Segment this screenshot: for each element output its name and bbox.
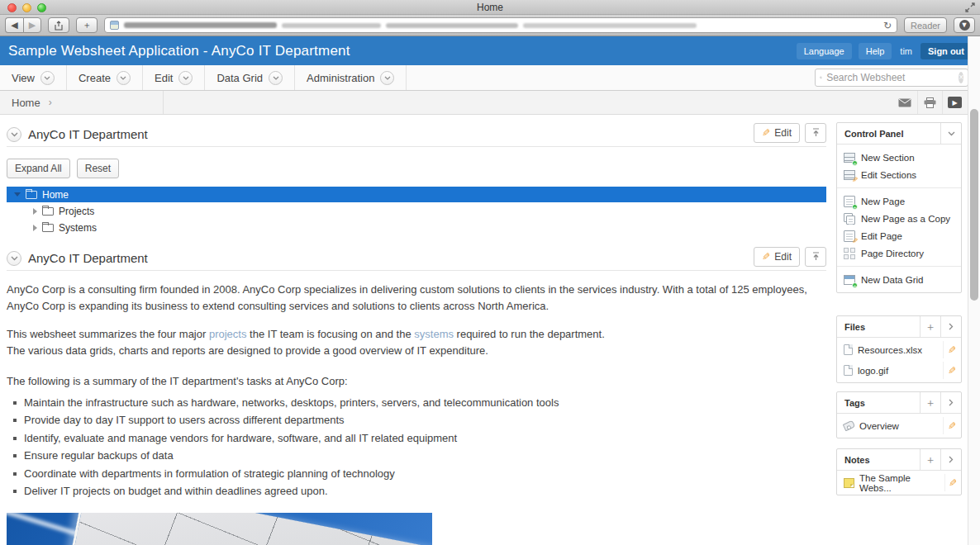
- edit-sections-item[interactable]: ✎ Edit Sections: [837, 166, 961, 183]
- new-tab-button[interactable]: ＋: [76, 17, 98, 33]
- tree-toolbar: Expand All Reset: [7, 159, 826, 178]
- zoom-window-icon[interactable]: [37, 3, 46, 12]
- reload-icon[interactable]: ↻: [883, 20, 892, 31]
- edit-section-button[interactable]: ✎ Edit: [754, 123, 800, 143]
- search-input[interactable]: [826, 72, 954, 83]
- presenter-mode-button[interactable]: ▶: [942, 91, 967, 114]
- edit-page-icon: ✎: [844, 230, 855, 242]
- scroll-to-top-button[interactable]: [805, 123, 826, 143]
- item-label: New Page: [861, 197, 905, 206]
- expand-tags-button[interactable]: [940, 392, 961, 413]
- chevron-right-icon: ›: [49, 97, 52, 108]
- new-data-grid-icon: +: [844, 274, 855, 286]
- tree-collapsed-icon[interactable]: [33, 225, 37, 231]
- add-tag-button[interactable]: ＋: [920, 392, 940, 413]
- scrollbar[interactable]: [968, 36, 980, 545]
- page-directory-item[interactable]: Page Directory: [837, 244, 961, 262]
- file-icon: [844, 365, 853, 376]
- back-button[interactable]: ◀: [5, 17, 23, 33]
- new-section-item[interactable]: + New Section: [837, 149, 961, 166]
- collapse-panel-button[interactable]: [940, 123, 961, 144]
- tree-node-projects[interactable]: Projects: [7, 203, 826, 219]
- email-page-button[interactable]: [892, 91, 917, 114]
- tag-icon: [843, 420, 856, 432]
- edit-note-button[interactable]: ✎: [944, 474, 961, 491]
- chevron-down-icon[interactable]: [178, 71, 193, 85]
- close-window-icon[interactable]: [7, 3, 17, 12]
- signout-button[interactable]: Sign out: [921, 43, 972, 59]
- tag-row[interactable]: Overview ✎: [837, 417, 961, 434]
- panel-title: Notes: [837, 455, 920, 465]
- edit-page-item[interactable]: ✎ Edit Page: [837, 227, 961, 244]
- fullscreen-icon[interactable]: [965, 2, 975, 12]
- arrow-up-to-bar-icon: [812, 252, 820, 261]
- breadcrumb-home[interactable]: Home: [12, 97, 40, 109]
- page-directory-icon: [844, 248, 855, 259]
- building-facade-decoration: [50, 513, 432, 545]
- expand-all-button[interactable]: Expand All: [7, 159, 70, 178]
- share-button[interactable]: [48, 17, 69, 33]
- new-page-item[interactable]: + New Page: [837, 192, 961, 210]
- clear-search-icon[interactable]: ×: [959, 72, 963, 83]
- chevron-down-icon[interactable]: [380, 71, 394, 85]
- tree-collapsed-icon[interactable]: [33, 208, 37, 215]
- menu-create[interactable]: Create: [67, 65, 143, 90]
- chevron-right-icon: [949, 456, 954, 463]
- menu-data-grid[interactable]: Data Grid: [205, 65, 295, 90]
- envelope-icon: [898, 98, 911, 107]
- systems-link[interactable]: systems: [414, 328, 454, 340]
- edit-section-button[interactable]: ✎ Edit: [754, 247, 800, 267]
- panel-title: Control Panel: [837, 129, 940, 139]
- chevron-down-icon[interactable]: [269, 71, 283, 85]
- building-photo: [7, 513, 432, 545]
- add-note-button[interactable]: ＋: [920, 449, 940, 470]
- menu-administration[interactable]: Administration: [295, 65, 407, 90]
- tree-node-systems[interactable]: Systems: [7, 220, 826, 235]
- chevron-down-icon[interactable]: [40, 71, 55, 85]
- files-header: Files ＋: [837, 316, 961, 338]
- forward-button[interactable]: ▶: [23, 17, 41, 33]
- tree-expanded-icon[interactable]: [14, 192, 21, 197]
- redacted-url-segment: [386, 23, 518, 28]
- add-file-button[interactable]: ＋: [920, 316, 940, 337]
- collapse-section-icon[interactable]: [7, 251, 21, 266]
- language-button[interactable]: Language: [797, 43, 852, 59]
- file-name: logo.gif: [858, 366, 888, 376]
- print-page-button[interactable]: [917, 91, 942, 114]
- scroll-to-top-button[interactable]: [805, 247, 826, 267]
- browser-window: Home ◀ ▶ ＋ ↻ Reader ▼ Sample Websheet Ap…: [0, 0, 980, 545]
- file-row[interactable]: Resources.xlsx ✎: [837, 341, 961, 358]
- edit-button-label: Edit: [774, 127, 792, 139]
- pencil-icon: ✎: [948, 365, 956, 377]
- chevron-down-icon[interactable]: [117, 71, 131, 85]
- reset-button[interactable]: Reset: [77, 159, 119, 178]
- menu-label: Create: [78, 72, 111, 84]
- downloads-button[interactable]: ▼: [954, 17, 975, 33]
- edit-file-button[interactable]: ✎: [943, 362, 961, 379]
- file-row[interactable]: logo.gif ✎: [837, 362, 961, 379]
- minimize-window-icon[interactable]: [22, 3, 31, 12]
- collapse-section-icon[interactable]: [7, 127, 21, 142]
- pencil-icon: ✎: [948, 344, 956, 356]
- websheet-search[interactable]: ×: [815, 69, 968, 87]
- tree-node-home[interactable]: Home: [7, 187, 826, 202]
- reader-button[interactable]: Reader: [904, 17, 947, 33]
- projects-link[interactable]: projects: [209, 328, 247, 340]
- note-row[interactable]: The Sample Webs... ✎: [837, 474, 961, 491]
- chevron-right-icon: [949, 399, 954, 406]
- menu-label: Administration: [307, 72, 374, 84]
- menu-view[interactable]: View: [0, 65, 67, 90]
- help-button[interactable]: Help: [859, 43, 892, 59]
- edit-tag-button[interactable]: ✎: [943, 417, 961, 434]
- menu-edit[interactable]: Edit: [143, 65, 205, 90]
- url-field[interactable]: ↻: [104, 17, 897, 33]
- text: required to run the department.: [454, 328, 605, 340]
- section-actions-group: + New Section ✎ Edit Sections: [837, 145, 961, 188]
- new-page-copy-item[interactable]: New Page as a Copy: [837, 210, 961, 227]
- new-data-grid-item[interactable]: + New Data Grid: [837, 271, 961, 288]
- edit-file-button[interactable]: ✎: [943, 341, 961, 358]
- scrollbar-thumb[interactable]: [970, 109, 978, 301]
- expand-files-button[interactable]: [940, 316, 961, 337]
- expand-notes-button[interactable]: [940, 449, 961, 470]
- browser-titlebar: Home: [0, 0, 980, 15]
